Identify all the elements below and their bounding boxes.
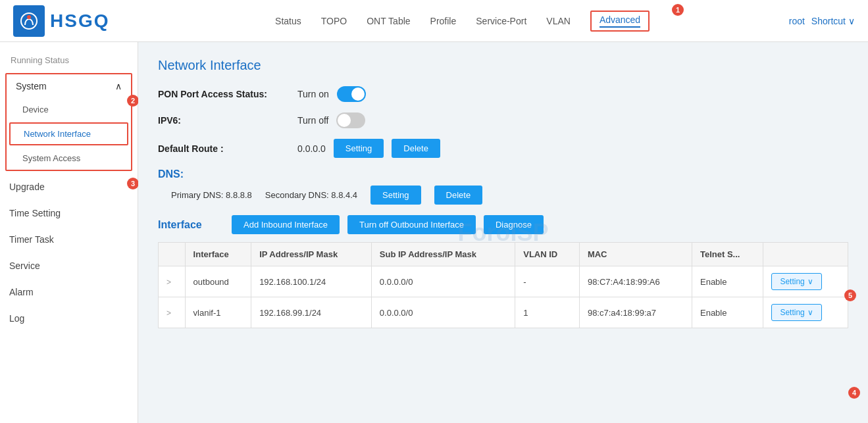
- col-ip-mask: IP Address/IP Mask: [251, 243, 372, 266]
- row1-vlan-id: -: [515, 266, 580, 297]
- ipv6-label: IPV6:: [158, 115, 290, 126]
- sidebar-item-upgrade[interactable]: Upgrade: [0, 174, 138, 200]
- row2-setting-button[interactable]: Setting ∨: [771, 304, 821, 321]
- chevron-down-icon: ∨: [848, 16, 855, 26]
- sidebar-item-system-access[interactable]: System Access: [7, 147, 131, 170]
- system-label: System: [16, 81, 47, 91]
- row1-interface: outbound: [185, 266, 251, 297]
- col-vlan-id: VLAN ID: [515, 243, 580, 266]
- pon-port-value: Turn on: [297, 89, 329, 99]
- running-status-label: Running Status: [0, 49, 138, 70]
- pon-port-label: PON Port Access Status:: [158, 89, 290, 99]
- col-sub-ip-mask: Sub IP Address/IP Mask: [371, 243, 515, 266]
- sidebar-item-log[interactable]: Log: [0, 305, 138, 332]
- row2-telnet: Enable: [692, 297, 763, 328]
- interface-table: Interface IP Address/IP Mask Sub IP Addr…: [158, 242, 848, 328]
- dns-setting-button[interactable]: Setting: [370, 186, 421, 205]
- sidebar-item-timer-task[interactable]: Timer Task: [0, 226, 138, 253]
- system-section: System ∧ Device 3 Network Interface Syst…: [5, 73, 132, 171]
- turn-off-outbound-button[interactable]: Turn off Outbound Interface: [347, 215, 476, 234]
- secondary-dns-entry: Secondary DNS: 8.8.4.4: [265, 190, 357, 200]
- primary-dns-label: Primary DNS:: [171, 190, 223, 200]
- nav-vlan[interactable]: VLAN: [546, 13, 571, 29]
- interface-header: Interface Add Inbound Interface Turn off…: [158, 215, 848, 234]
- default-route-delete-button[interactable]: Delete: [392, 139, 440, 158]
- row1-sub-ip-mask: 0.0.0.0/0: [371, 266, 515, 297]
- svg-point-1: [27, 15, 31, 19]
- secondary-dns-label: Secondary DNS:: [265, 190, 329, 200]
- row1-expand[interactable]: >: [159, 266, 186, 297]
- sidebar-item-alarm[interactable]: Alarm: [0, 279, 138, 305]
- pon-port-toggle[interactable]: [337, 86, 366, 102]
- row1-setting-button[interactable]: Setting ∨: [771, 273, 821, 290]
- header: 1 HSGQ Status TOPO ONT Table Profile Ser…: [0, 0, 868, 42]
- dns-delete-button[interactable]: Delete: [434, 186, 483, 205]
- row1-mac: 98:C7:A4:18:99:A6: [579, 266, 692, 297]
- interface-title: Interface: [158, 219, 224, 231]
- row1-action: 4 Setting ∨: [763, 266, 848, 297]
- logo-icon: [13, 5, 45, 37]
- row2-expand[interactable]: >: [159, 297, 186, 328]
- row2-vlan-id: 1: [515, 297, 580, 328]
- expand-arrow-icon: >: [166, 278, 171, 287]
- ipv6-row: IPV6: Turn off: [158, 112, 848, 128]
- shortcut-menu[interactable]: Shortcut ∨: [811, 16, 855, 26]
- sidebar: Running Status 2 System ∧ Device 3 Netwo…: [0, 42, 138, 423]
- system-section-header[interactable]: System ∧: [7, 74, 131, 98]
- col-expand: [159, 243, 186, 266]
- toggle-thumb: [351, 87, 365, 101]
- chevron-up-icon: ∧: [115, 81, 122, 91]
- default-route-row: Default Route : 0.0.0.0 Setting Delete: [158, 139, 848, 158]
- sidebar-item-time-setting[interactable]: Time Setting: [0, 200, 138, 226]
- dns-label: DNS:: [158, 168, 848, 180]
- logo: HSGQ: [13, 5, 109, 37]
- row2-setting-label: Setting: [780, 308, 804, 317]
- secondary-dns-value: 8.8.4.4: [331, 190, 357, 200]
- col-telnet: Telnet S...: [692, 243, 763, 266]
- dns-row: Primary DNS: 8.8.8.8 Secondary DNS: 8.8.…: [158, 186, 848, 205]
- shortcut-label: Shortcut: [811, 16, 846, 26]
- diagnose-button[interactable]: Diagnose: [484, 215, 544, 234]
- nav-topo[interactable]: TOPO: [321, 13, 347, 29]
- sidebar-item-service[interactable]: Service: [0, 253, 138, 279]
- default-route-setting-button[interactable]: Setting: [334, 139, 384, 158]
- nav-service-port[interactable]: Service-Port: [476, 13, 526, 29]
- badge-5: 5: [844, 289, 856, 301]
- table-row: > outbound 192.168.100.1/24 0.0.0.0/0 - …: [159, 266, 848, 297]
- main-nav: Status TOPO ONT Table Profile Service-Po…: [136, 11, 788, 32]
- row1-telnet: Enable: [692, 266, 763, 297]
- badge-2: 2: [127, 95, 139, 107]
- chevron-down-icon-2: ∨: [807, 308, 813, 317]
- logo-text: HSGQ: [50, 11, 109, 32]
- row2-action: Setting ∨: [763, 297, 848, 328]
- add-inbound-button[interactable]: Add Inbound Interface: [232, 215, 340, 234]
- default-route-label: Default Route :: [158, 143, 290, 154]
- ipv6-value: Turn off: [297, 115, 328, 126]
- chevron-down-icon: ∨: [807, 277, 813, 286]
- row1-setting-label: Setting: [780, 277, 804, 286]
- col-action: [763, 243, 848, 266]
- nav-status[interactable]: Status: [275, 13, 301, 29]
- dns-section: DNS: Primary DNS: 8.8.8.8 Secondary DNS:…: [158, 168, 848, 205]
- sidebar-item-device[interactable]: Device: [7, 98, 131, 121]
- row2-sub-ip-mask: 0.0.0.0/0: [371, 297, 515, 328]
- ipv6-toggle[interactable]: [336, 112, 365, 128]
- page-title: Network Interface: [158, 58, 848, 73]
- row2-mac: 98:c7:a4:18:99:a7: [579, 297, 692, 328]
- user-label: root: [789, 16, 805, 26]
- row2-interface: vlanif-1: [185, 297, 251, 328]
- table-row: > vlanif-1 192.168.99.1/24 0.0.0.0/0 1 9…: [159, 297, 848, 328]
- nav-ont-table[interactable]: ONT Table: [367, 13, 410, 29]
- nav-profile[interactable]: Profile: [430, 13, 457, 29]
- col-interface: Interface: [185, 243, 251, 266]
- badge-4: 4: [848, 387, 860, 399]
- default-route-value: 0.0.0.0: [297, 143, 326, 154]
- badge-1: 1: [672, 4, 684, 16]
- toggle-thumb-ipv6: [338, 114, 351, 127]
- sidebar-item-network-interface[interactable]: Network Interface: [9, 122, 128, 145]
- nav-advanced[interactable]: Advanced: [590, 11, 650, 32]
- main-content: ForoISP Network Interface PON Port Acces…: [138, 42, 868, 423]
- col-mac: MAC: [579, 243, 692, 266]
- badge-3: 3: [127, 178, 139, 189]
- primary-dns-value: 8.8.8.8: [226, 190, 252, 200]
